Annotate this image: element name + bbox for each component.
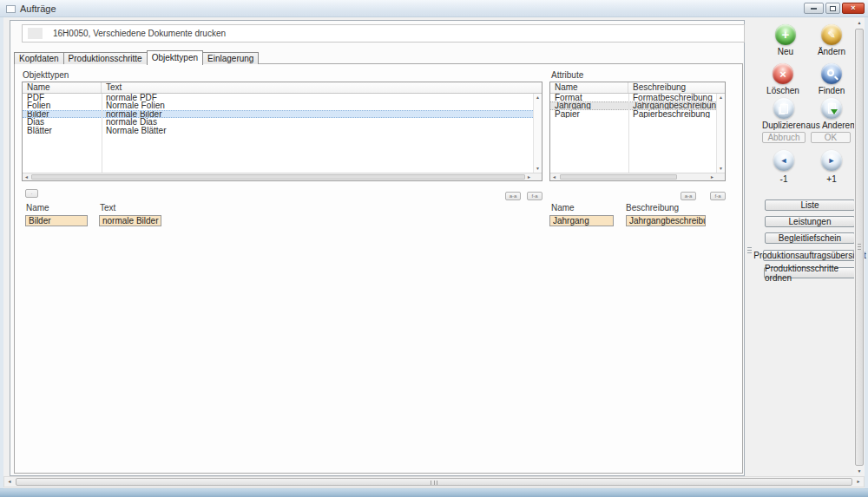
scroll-left-icon[interactable]: ◄	[550, 173, 558, 180]
column-divider	[102, 94, 102, 174]
row-options-button[interactable]: ·	[25, 189, 38, 198]
scroll-down-icon[interactable]: ▼	[854, 467, 865, 476]
tab-einlagerung[interactable]: Einlagerung	[202, 52, 259, 64]
table-row[interactable]: Dias normale Dias	[23, 118, 542, 126]
objekttypen-table-body: PDF normale PDF Folien Normale Folien Bi…	[23, 94, 542, 174]
neu-button[interactable]: +	[775, 24, 796, 45]
window-vertical-scrollbar[interactable]: ▲ ▼	[854, 18, 865, 476]
pencil-icon: ✎	[827, 30, 835, 40]
cell-beschreibung: Jahrgangbeschreibun	[628, 102, 725, 108]
close-button[interactable]: ×	[842, 3, 865, 14]
finden-button[interactable]	[821, 63, 842, 84]
sort-descending-button[interactable]: f-a	[527, 192, 542, 200]
objekttyp-name-input[interactable]	[25, 215, 88, 226]
cell-name: Blätter	[23, 127, 102, 134]
client-area: 16H0050, Verschiedene Dokumente drucken …	[3, 17, 865, 488]
scroll-up-icon[interactable]: ▲	[854, 18, 865, 28]
table-row[interactable]: PDF normale PDF	[23, 94, 542, 101]
scroll-left-icon[interactable]: ◄	[4, 477, 15, 487]
cell-name: PDF	[23, 94, 102, 101]
begleitliefschein-button[interactable]: Begleitliefschein	[765, 232, 855, 244]
cell-name: Jahrgang	[550, 102, 628, 108]
table-vertical-scrollbar[interactable]: ▲ ▼	[716, 94, 725, 173]
table-row[interactable]: Papier Papierbeschreibung	[550, 110, 725, 118]
next-record-label: +1	[801, 174, 862, 184]
table-row[interactable]: Format Formatbeschreibung	[550, 94, 725, 101]
main-panel: 16H0050, Verschiedene Dokumente drucken …	[10, 20, 745, 476]
table-vertical-scrollbar[interactable]: ▲ ▼	[533, 94, 542, 173]
minimize-button[interactable]	[804, 3, 824, 14]
cell-name: Dias	[23, 118, 102, 126]
column-header-beschreibung[interactable]: Beschreibung	[628, 82, 725, 93]
table-horizontal-scrollbar[interactable]: ◄ ►	[23, 173, 542, 180]
scrollbar-thumb[interactable]	[560, 174, 677, 180]
scroll-up-icon[interactable]: ▲	[717, 95, 725, 101]
aendern-button[interactable]: ✎	[821, 24, 842, 45]
aendern-label: Ändern	[801, 47, 862, 56]
objekttyp-text-input[interactable]	[99, 215, 161, 226]
tab-kopfdaten[interactable]: Kopfdaten	[14, 52, 64, 64]
scroll-down-icon[interactable]: ▼	[717, 166, 725, 172]
copy-pages-icon	[780, 104, 788, 114]
scroll-right-icon[interactable]: ►	[708, 173, 716, 180]
order-status-icon	[28, 28, 43, 39]
scroll-left-icon[interactable]: ◄	[23, 173, 30, 180]
attribute-section-label: Attribute	[551, 70, 583, 80]
produktionsschritte-ordnen-button[interactable]: Produktionsschritte ordnen	[764, 267, 856, 278]
cell-text: normale PDF	[102, 94, 542, 101]
tab-objekttypen[interactable]: Objekttypen	[147, 50, 203, 65]
aus-anderem-label: aus Anderem	[801, 121, 862, 130]
sort-ascending-button[interactable]: a-a	[681, 192, 696, 200]
ok-button[interactable]: OK	[811, 132, 851, 143]
column-divider	[628, 94, 629, 174]
table-row[interactable]: Folien Normale Folien	[23, 101, 542, 109]
attribute-table-header: Name Beschreibung	[550, 82, 725, 94]
tab-produktionsschritte[interactable]: Produktionsschritte	[63, 52, 148, 64]
scrollbar-thumb[interactable]	[855, 29, 864, 466]
title-bar: Aufträge ×	[0, 0, 868, 17]
attribut-beschreibung-input[interactable]	[626, 215, 706, 226]
minimize-icon	[811, 8, 817, 10]
arrow-right-icon: ►	[828, 156, 836, 165]
previous-record-button[interactable]: ◄	[773, 150, 794, 171]
column-header-text[interactable]: Text	[102, 82, 542, 93]
loeschen-button[interactable]: ×	[773, 63, 793, 84]
abbruch-button[interactable]: Abbruch	[762, 132, 806, 143]
aus-anderem-button[interactable]	[821, 98, 842, 119]
scroll-down-icon[interactable]: ▼	[534, 166, 542, 172]
column-header-name[interactable]: Name	[23, 82, 102, 93]
cell-text: normale Bilder	[102, 111, 542, 117]
attribut-name-input[interactable]	[549, 215, 614, 226]
cell-beschreibung: Papierbeschreibung	[628, 110, 725, 118]
scroll-up-icon[interactable]: ▲	[534, 95, 542, 101]
cell-name: Format	[550, 94, 628, 101]
maximize-button[interactable]	[825, 3, 840, 14]
sort-descending-button[interactable]: f-a	[710, 192, 726, 200]
table-row-selected[interactable]: Jahrgang Jahrgangbeschreibun	[550, 101, 725, 109]
attribute-table: Name Beschreibung Format Formatbeschreib…	[549, 82, 726, 181]
arrow-left-icon: ◄	[780, 156, 788, 165]
scroll-right-icon[interactable]: ►	[525, 173, 533, 180]
attribute-table-body: Format Formatbeschreibung Jahrgang Jahrg…	[550, 94, 725, 174]
scroll-right-icon[interactable]: ►	[853, 477, 864, 487]
scrollbar-thumb[interactable]	[31, 174, 525, 180]
table-horizontal-scrollbar[interactable]: ◄ ►	[550, 173, 725, 180]
objekttypen-table-header: Name Text	[23, 82, 542, 94]
duplizieren-button[interactable]	[773, 98, 794, 119]
sort-ascending-button[interactable]: a-a	[505, 192, 521, 200]
liste-button[interactable]: Liste	[765, 199, 855, 211]
name-field-label: Name	[551, 203, 575, 213]
scrollbar-thumb[interactable]	[16, 478, 852, 486]
text-field-label: Text	[100, 203, 115, 213]
produktionsauftragsuebersicht-button[interactable]: Produktionsauftragsübersicht	[763, 250, 857, 261]
table-row-selected[interactable]: Bilder normale Bilder	[23, 110, 542, 118]
table-row[interactable]: Blätter Normale Blätter	[23, 127, 542, 134]
leistungen-button[interactable]: Leistungen	[765, 216, 855, 227]
column-header-name[interactable]: Name	[550, 82, 628, 93]
order-header-field: 16H0050, Verschiedene Dokumente drucken	[22, 24, 745, 43]
window-horizontal-scrollbar[interactable]: ◄ ►	[3, 476, 865, 487]
plus-icon: +	[782, 28, 790, 41]
next-record-button[interactable]: ►	[821, 150, 842, 171]
splitter-grip[interactable]	[747, 247, 752, 253]
cell-text: Normale Folien	[102, 101, 542, 109]
